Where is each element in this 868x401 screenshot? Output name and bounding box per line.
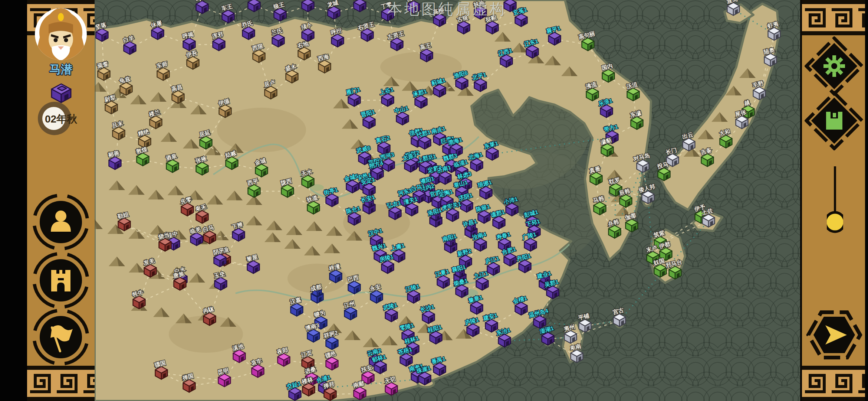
map-node[interactable]: 陆奥 bbox=[763, 46, 776, 66]
map-node[interactable]: 坚落 bbox=[95, 22, 108, 42]
map-node[interactable]: 出云 bbox=[681, 131, 695, 151]
map-node[interactable]: 姑臧 bbox=[224, 150, 238, 170]
map-node[interactable]: 黎屋 bbox=[246, 254, 259, 274]
map-node[interactable]: 冉駹 bbox=[202, 306, 216, 326]
map-node[interactable]: 巴西 bbox=[347, 274, 360, 294]
map-node[interactable]: 敦煌 bbox=[135, 146, 149, 166]
map-node[interactable]: 哀牢 bbox=[250, 358, 264, 378]
map-node[interactable]: 骠邑 bbox=[324, 350, 338, 370]
map-node[interactable]: 成都 bbox=[309, 283, 323, 303]
clan-fort-icon[interactable] bbox=[48, 81, 75, 105]
map-node[interactable]: 尾张 bbox=[734, 109, 748, 129]
map-node[interactable]: 休屠 bbox=[150, 20, 164, 40]
end-turn-button[interactable] bbox=[803, 303, 866, 366]
map-node[interactable]: 滇池 bbox=[231, 343, 245, 363]
map-node[interactable]: 楼林 bbox=[301, 376, 315, 396]
map-node[interactable]: 夜郎 bbox=[276, 346, 290, 366]
map-node[interactable]: 陇西 bbox=[280, 177, 293, 198]
map-node[interactable]: 梓潼 bbox=[328, 263, 342, 283]
map-node[interactable]: 无切 bbox=[384, 375, 397, 395]
map-node[interactable]: 伊循 bbox=[217, 98, 231, 118]
map-node[interactable]: 居延 bbox=[198, 129, 212, 149]
map-node[interactable]: 骠国 bbox=[154, 359, 167, 379]
map-node[interactable]: 夷州 bbox=[563, 323, 576, 343]
map-node[interactable]: 临羌 bbox=[189, 226, 203, 246]
map-node[interactable]: 大和 bbox=[719, 128, 732, 148]
map-node[interactable]: 乔氏 bbox=[241, 20, 254, 40]
map-node[interactable]: 白羊 bbox=[122, 35, 136, 55]
player-avatar[interactable] bbox=[33, 6, 89, 62]
map-node[interactable]: 烧当 bbox=[157, 231, 171, 251]
map-node[interactable]: 辰韩 bbox=[618, 188, 632, 208]
map-node[interactable]: 车师 bbox=[155, 61, 169, 81]
map-node[interactable]: 掸邦 bbox=[322, 381, 336, 401]
map-node[interactable]: 且末 bbox=[111, 120, 125, 140]
map-node[interactable]: 平铺 bbox=[578, 312, 591, 332]
map-node[interactable]: 江州 bbox=[343, 300, 356, 320]
map-node[interactable]: 须卜 bbox=[300, 22, 314, 42]
map-node[interactable]: 真番 bbox=[588, 165, 602, 185]
map-node[interactable]: 弁韩 bbox=[607, 218, 621, 238]
map-node[interactable]: 龙城 bbox=[326, 0, 340, 19]
save-button[interactable] bbox=[805, 91, 864, 150]
map-node[interactable]: 车王 bbox=[220, 3, 234, 23]
map-node[interactable]: 酒泉 bbox=[165, 153, 178, 173]
map-node[interactable]: 东濊 bbox=[629, 110, 643, 130]
map-node[interactable]: 楼兰 bbox=[148, 109, 162, 129]
map-node[interactable]: 高昌 bbox=[171, 84, 184, 104]
map-node[interactable]: 掸国 bbox=[181, 372, 195, 392]
map-node[interactable]: 马韩 bbox=[592, 195, 606, 215]
map-node[interactable]: 狄道 bbox=[306, 194, 319, 214]
world-map[interactable]: 大王 单于庭 坚昆 挹娄 马邑 白山 bbox=[95, 0, 800, 401]
map-node[interactable]: 沸流 bbox=[585, 81, 598, 101]
map-node[interactable]: 兰氏 bbox=[270, 27, 284, 47]
map-node[interactable]: 下辨 bbox=[231, 221, 244, 241]
map-node[interactable]: 精绝 bbox=[137, 128, 151, 148]
map-node[interactable]: 尉犁 bbox=[103, 94, 117, 114]
map-node[interactable]: 焉耆 bbox=[96, 61, 110, 81]
map-node[interactable]: 投马 bbox=[656, 161, 670, 181]
map-node[interactable]: 永安 bbox=[369, 283, 382, 303]
map-node[interactable]: 濊貊 bbox=[599, 137, 613, 157]
map-node[interactable]: 金城 bbox=[254, 157, 267, 177]
faction-button[interactable] bbox=[31, 307, 91, 367]
map-node[interactable]: 张掖 bbox=[195, 155, 208, 175]
officers-button[interactable] bbox=[31, 192, 91, 252]
map-node[interactable]: 狼王 bbox=[272, 1, 286, 21]
map-node[interactable]: 鄯善 bbox=[108, 150, 121, 170]
cities-button[interactable] bbox=[31, 251, 91, 310]
map-node[interactable]: 沃沮 bbox=[625, 81, 639, 101]
map-node[interactable]: 呼揭 bbox=[182, 31, 195, 51]
map-node[interactable]: 国内 bbox=[601, 62, 614, 82]
map-node[interactable]: 伊都 bbox=[658, 241, 672, 261]
map-node[interactable]: 玉垒 bbox=[213, 270, 227, 290]
map-node[interactable]: 先零 bbox=[180, 196, 193, 216]
map-node[interactable]: 宫古 bbox=[612, 307, 625, 327]
map-node[interactable]: 唐旄 bbox=[172, 270, 186, 290]
map-node[interactable]: 卑禾 bbox=[194, 203, 208, 224]
map-node[interactable]: 浑邪 bbox=[211, 31, 225, 51]
map-node[interactable]: 盛木 bbox=[284, 63, 298, 83]
map-node[interactable]: 呼衍 bbox=[330, 27, 343, 47]
settings-button[interactable] bbox=[805, 36, 864, 96]
map-node[interactable]: 西限 bbox=[251, 43, 265, 63]
map-node[interactable]: 汉嘉 bbox=[289, 296, 303, 316]
map-node[interactable]: 发羌 bbox=[142, 257, 156, 277]
map-node[interactable]: 卑南 bbox=[569, 343, 583, 363]
map-node[interactable]: 奴国 bbox=[652, 257, 666, 277]
map-node[interactable]: 龟兹 bbox=[118, 75, 132, 95]
map-node[interactable]: 牦牛 bbox=[131, 289, 145, 309]
map-node[interactable]: 西平 bbox=[247, 177, 260, 198]
map-node[interactable]: 虾夷 bbox=[766, 20, 780, 40]
map-node[interactable]: 西海 bbox=[317, 53, 331, 73]
map-node[interactable]: 高王 bbox=[419, 42, 433, 62]
map-node[interactable]: 勒姐 bbox=[116, 211, 130, 231]
slider-knob[interactable] bbox=[827, 212, 843, 232]
map-node[interactable]: 南鄙 bbox=[352, 380, 366, 400]
map-node[interactable]: 土佐 bbox=[701, 207, 714, 227]
map-node[interactable]: 白马 bbox=[202, 224, 216, 244]
map-node[interactable]: 天水 bbox=[300, 168, 314, 188]
map-node[interactable]: 昆明 bbox=[217, 367, 230, 387]
map-node[interactable]: 毛野 bbox=[752, 80, 765, 100]
map-node[interactable]: 阴平 bbox=[213, 247, 226, 267]
